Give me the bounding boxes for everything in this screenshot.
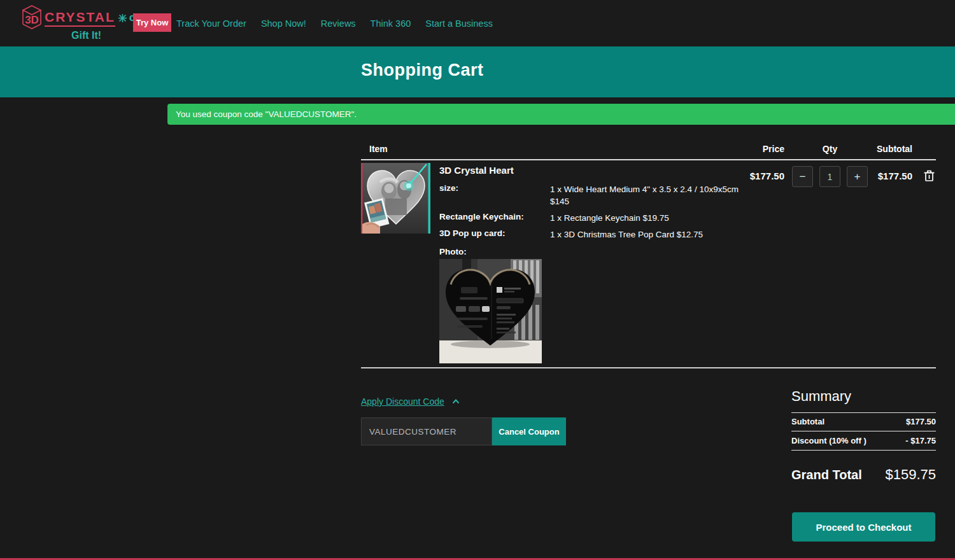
summary-discount-label: Discount (10% off ) — [791, 436, 867, 445]
remove-item-button[interactable] — [923, 169, 935, 183]
item-photo-label: Photo: — [439, 247, 467, 256]
item-option-label: 3D Pop up card: — [439, 228, 550, 241]
qty-increase-button[interactable]: + — [847, 166, 868, 187]
summary-discount-value: - $17.75 — [905, 436, 936, 445]
grand-total-value: $159.75 — [885, 466, 936, 483]
item-option-label: Rectangle Keychain: — [439, 212, 550, 224]
page-header-band: Shopping Cart — [0, 46, 955, 97]
nav-link-track-your-order[interactable]: Track Your Order — [176, 18, 246, 29]
uploaded-photo-preview — [439, 259, 542, 363]
summary-title: Summary — [791, 388, 851, 405]
nav-link-think-360[interactable]: Think 360 — [371, 18, 411, 29]
brand-logo[interactable]: 3D CRYSTAL com Gift It! — [20, 4, 152, 41]
item-option-value: 1 x Rectangle Keychain $19.75 — [550, 212, 739, 224]
item-option-label: size: — [439, 183, 550, 207]
apply-discount-link[interactable]: Apply Discount Code — [361, 396, 444, 407]
nav-link-reviews[interactable]: Reviews — [321, 18, 356, 29]
item-option-row: 3D Pop up card: 1 x 3D Christmas Tree Po… — [439, 228, 739, 241]
item-name[interactable]: 3D Crystal Heart — [439, 165, 739, 176]
summary-divider — [791, 431, 936, 431]
item-option-value: 1 x 3D Christmas Tree Pop Card $12.75 — [550, 228, 739, 241]
item-option-value: 1 x Wide Heart Medium 4" x 3.5 x 2.4 / 1… — [550, 183, 739, 207]
item-subtotal: $177.50 — [866, 171, 912, 181]
summary-subtotal-row: Subtotal $177.50 — [791, 417, 936, 426]
proceed-to-checkout-button[interactable]: Proceed to Checkout — [792, 512, 935, 542]
trash-icon — [924, 169, 935, 182]
brand-logo-top: 3D CRYSTAL com — [20, 4, 152, 31]
page-title: Shopping Cart — [361, 60, 483, 80]
discount-code-toggle[interactable]: Apply Discount Code — [361, 396, 460, 407]
table-header-divider — [361, 159, 936, 160]
column-header-qty: Qty — [819, 144, 840, 154]
chevron-up-icon — [452, 399, 460, 404]
summary-discount-row: Discount (10% off ) - $17.75 — [791, 436, 936, 445]
top-nav: 3D CRYSTAL com Gift It! Try Now Track Yo… — [0, 0, 955, 46]
cancel-coupon-button[interactable]: Cancel Coupon — [492, 417, 566, 445]
column-header-price: Price — [732, 144, 784, 154]
cube-logo-icon: 3D — [20, 4, 43, 31]
qty-decrease-button[interactable]: − — [792, 166, 813, 187]
item-option-row: Rectangle Keychain: 1 x Rectangle Keycha… — [439, 212, 739, 224]
product-thumbnail-image[interactable] — [361, 163, 430, 234]
brand-3d-text: 3D — [25, 14, 39, 26]
summary-subtotal-label: Subtotal — [791, 417, 824, 426]
starburst-icon — [118, 13, 127, 23]
brand-crystal-text: CRYSTAL — [45, 10, 115, 27]
grand-total-label: Grand Total — [791, 468, 862, 482]
summary-divider — [791, 450, 936, 451]
nav-link-shop-now[interactable]: Shop Now! — [261, 18, 306, 29]
table-bottom-divider — [361, 367, 936, 368]
shopping-cart-page: 3D CRYSTAL com Gift It! Try Now Track Yo… — [0, 0, 955, 560]
coupon-success-text: You used coupon code "VALUEDCUSTOMER". — [176, 109, 357, 119]
item-details: 3D Crystal Heart size: 1 x Wide Heart Me… — [439, 165, 739, 241]
summary-subtotal-value: $177.50 — [906, 417, 936, 426]
nav-links: Track Your Order Shop Now! Reviews Think… — [176, 0, 493, 46]
try-now-button[interactable]: Try Now — [133, 13, 171, 32]
grand-total-row: Grand Total $159.75 — [791, 466, 936, 483]
item-option-row: size: 1 x Wide Heart Medium 4" x 3.5 x 2… — [439, 183, 739, 207]
item-price: $177.50 — [732, 171, 784, 181]
coupon-code-input[interactable] — [361, 417, 492, 445]
coupon-success-banner: You used coupon code "VALUEDCUSTOMER". — [167, 104, 955, 125]
qty-input[interactable] — [819, 166, 840, 187]
column-header-item: Item — [369, 144, 388, 154]
nav-link-start-a-business[interactable]: Start a Business — [425, 18, 493, 29]
column-header-subtotal: Subtotal — [866, 144, 912, 154]
summary-divider — [791, 412, 936, 413]
